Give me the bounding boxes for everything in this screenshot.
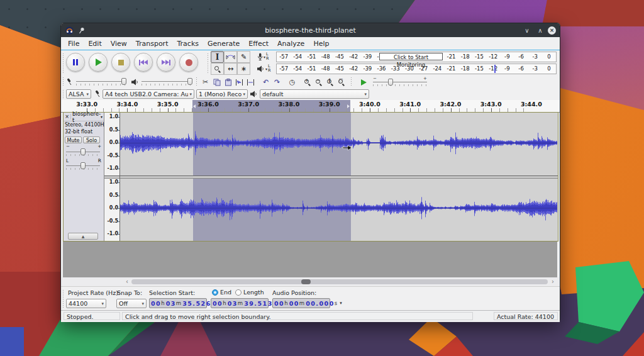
pan-slider[interactable]: [66, 162, 100, 170]
snap-to-select[interactable]: Off▾: [116, 299, 147, 308]
play-button[interactable]: [89, 53, 108, 72]
zoom-in-button[interactable]: +: [301, 77, 313, 87]
trim-audio-button[interactable]: [233, 77, 245, 87]
menu-item[interactable]: View: [106, 38, 131, 49]
play-speed-slider[interactable]: [373, 78, 427, 86]
record-meter-mic-icon[interactable]: ▾ LR: [257, 52, 269, 61]
audio-position-time[interactable]: 00h 00m 00.000s ▾: [272, 298, 330, 308]
toolbar-grip[interactable]: [196, 77, 198, 87]
recording-device-select[interactable]: A4 tech USB2.0 Camera: Audio (h▾: [103, 89, 194, 99]
scroll-left-arrow[interactable]: ‹: [124, 278, 130, 286]
playback-volume-thumb[interactable]: [187, 78, 192, 85]
zoom-out-button[interactable]: −: [313, 77, 325, 87]
draw-tool-button[interactable]: ✎: [237, 51, 250, 63]
desktop: biosphere-the-third-planet ∨ ∧ × FileEdi…: [0, 0, 644, 356]
scrollbar-thumb[interactable]: [301, 279, 311, 284]
waveform-channel-1[interactable]: [120, 113, 557, 175]
pause-button[interactable]: [66, 53, 85, 72]
stop-button[interactable]: [111, 53, 130, 72]
toolbar-grip[interactable]: [62, 53, 65, 73]
redo-icon: ↷: [274, 78, 280, 86]
toolbar-grip[interactable]: [62, 77, 65, 87]
menu-item[interactable]: File: [64, 38, 84, 49]
maximize-button[interactable]: ∧: [535, 25, 546, 35]
gain-slider[interactable]: [66, 148, 100, 156]
menu-item[interactable]: Effect: [244, 38, 273, 49]
pan-slider-thumb[interactable]: [80, 162, 86, 169]
play-speed-thumb[interactable]: [388, 79, 393, 86]
scroll-right-arrow[interactable]: ›: [550, 278, 556, 286]
scrollbar-track[interactable]: [131, 279, 548, 284]
meter-db-label: -6: [514, 53, 528, 61]
track-close-button[interactable]: ×: [64, 114, 71, 120]
track-menu-button[interactable]: biosphere-t ▾: [71, 111, 104, 123]
meter-db-label: -18: [458, 65, 472, 73]
copy-button[interactable]: [211, 77, 223, 87]
minimize-button[interactable]: ∨: [521, 25, 533, 35]
timeline-tick-label: 3:40.0: [350, 101, 390, 108]
multi-tool-button[interactable]: ∗: [237, 63, 250, 75]
recording-meter[interactable]: -57-54-51-48-45-42-39-36-33-30-27-24-21-…: [276, 52, 557, 62]
menu-item[interactable]: Edit: [84, 38, 106, 49]
timeshift-tool-button[interactable]: ↔: [224, 63, 237, 75]
mute-button[interactable]: Mute: [65, 136, 82, 143]
end-radio[interactable]: End: [212, 289, 231, 296]
timeline-ruler[interactable]: 3:33.03:34.03:35.03:36.03:37.03:38.03:39…: [61, 100, 560, 113]
sync-lock-button[interactable]: ◷: [286, 77, 298, 87]
selection-start-time[interactable]: 00h 03m 35.526s ▾: [149, 298, 207, 308]
selection-tool-button[interactable]: I: [211, 51, 224, 63]
record-button[interactable]: [179, 53, 198, 72]
track-collapse-button[interactable]: ▲: [68, 233, 98, 240]
toolbar-grip[interactable]: [350, 77, 353, 87]
menu-item[interactable]: Help: [309, 38, 333, 49]
meter-db-label: -3: [528, 65, 542, 73]
menu-item[interactable]: Transport: [131, 38, 173, 49]
status-actual-rate: Actual Rate: 44100: [494, 312, 558, 320]
meter-db-label: -39: [360, 53, 374, 61]
monitoring-tooltip[interactable]: Click to Start Monitoring: [379, 53, 443, 60]
menu-item[interactable]: Generate: [203, 38, 244, 49]
redo-button[interactable]: ↷: [271, 77, 283, 87]
meter-db-label: -48: [319, 53, 333, 61]
fit-project-button[interactable]: □: [335, 77, 347, 87]
playback-volume-slider[interactable]: [142, 77, 192, 86]
paste-button[interactable]: [222, 77, 234, 87]
menu-item[interactable]: Tracks: [172, 38, 203, 49]
length-radio[interactable]: Length: [235, 289, 264, 296]
vertical-scale-ruler[interactable]: 1.00.50.0-0.5-1.0 1.00.50.0-0.5-1.0: [104, 113, 120, 241]
recording-volume-slider[interactable]: [76, 77, 126, 86]
undo-button[interactable]: ↶: [260, 77, 272, 87]
toolbar-grip[interactable]: [62, 89, 65, 99]
zoom-tool-button[interactable]: [211, 63, 224, 75]
solo-button[interactable]: Solo: [83, 136, 100, 143]
toolbar-grip[interactable]: [62, 289, 65, 308]
horizontal-scrollbar[interactable]: ‹ ›: [61, 277, 560, 286]
playback-device-select[interactable]: default▾: [260, 89, 369, 99]
fit-selection-button[interactable]: ‖: [324, 77, 336, 87]
title-bar[interactable]: biosphere-the-third-planet ∨ ∧ ×: [61, 23, 560, 37]
close-button[interactable]: ×: [548, 26, 556, 35]
waveform-channel-2[interactable]: [120, 178, 557, 240]
project-rate-select[interactable]: 44100▾: [66, 299, 106, 308]
envelope-tool-button[interactable]: [224, 51, 237, 63]
undo-icon: ↶: [263, 78, 269, 86]
recording-channels-select[interactable]: 1 (Mono) Reco▾: [196, 89, 248, 99]
play-at-speed-button[interactable]: [355, 77, 370, 87]
pin-icon[interactable]: [79, 27, 85, 34]
silence-audio-button[interactable]: [245, 77, 257, 87]
waveform-area[interactable]: [120, 113, 558, 241]
recording-volume-thumb[interactable]: [121, 78, 126, 85]
timeline-tick-label: 3:33.0: [67, 101, 107, 108]
playback-meter-speaker-icon[interactable]: ▾ LR: [257, 64, 271, 73]
menu-item[interactable]: Analyze: [273, 38, 309, 49]
skip-to-start-button[interactable]: [134, 53, 153, 72]
skip-to-end-button[interactable]: [157, 53, 175, 72]
meter-db-label: -57: [277, 65, 291, 73]
stop-icon: [118, 60, 124, 65]
timeline-tick-label: 3:42.0: [430, 101, 470, 108]
gain-slider-thumb[interactable]: [80, 148, 86, 155]
cut-button[interactable]: ✂: [199, 77, 211, 87]
audio-host-select[interactable]: ALSA▾: [66, 89, 91, 99]
selection-end-time[interactable]: 00h 03m 39.513s ▾: [211, 298, 269, 308]
toolbar-grip[interactable]: [207, 53, 209, 73]
